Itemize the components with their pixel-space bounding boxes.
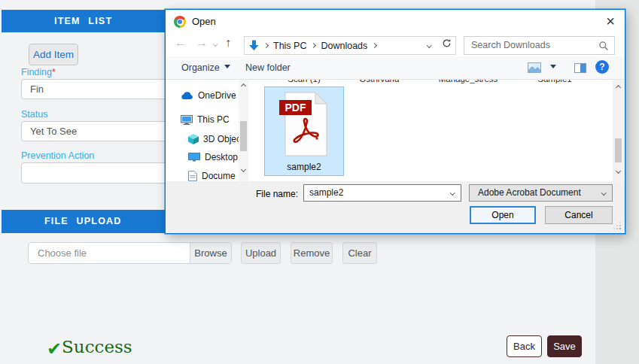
help-button[interactable]: ? bbox=[595, 60, 609, 74]
sidebar-item-3d-objects[interactable]: 3D Objec bbox=[188, 132, 241, 146]
address-dropdown-chevron-icon[interactable] bbox=[427, 43, 431, 47]
success-message: ✔Success bbox=[47, 337, 132, 359]
prevention-action-label: Prevention Action bbox=[21, 150, 94, 161]
back-arrow-icon[interactable]: ← bbox=[175, 36, 187, 50]
file-name-label: File name: bbox=[248, 189, 298, 199]
screen: ITEM LIST Add Item Finding* Fin Status Y… bbox=[0, 0, 639, 364]
refresh-icon bbox=[442, 38, 452, 48]
this-pc-icon bbox=[181, 115, 193, 125]
change-view-icon[interactable] bbox=[528, 62, 541, 73]
sidebar-item-label: This PC bbox=[197, 114, 230, 125]
dialog-main-area: OneDrive This PC 3D Objec bbox=[166, 80, 625, 181]
sidebar-item-label: Desktop bbox=[205, 152, 238, 162]
save-button[interactable]: Save bbox=[547, 335, 582, 357]
scrollbar-thumb[interactable] bbox=[240, 121, 247, 151]
breadcrumb-separator-icon bbox=[311, 43, 316, 48]
upload-button[interactable]: Upload bbox=[241, 242, 281, 264]
remove-button[interactable]: Remove bbox=[291, 242, 333, 264]
success-text: Success bbox=[62, 337, 132, 356]
file-upload-title: FILE UPLOAD bbox=[44, 210, 122, 233]
scroll-up-icon[interactable] bbox=[615, 85, 620, 90]
new-folder-button[interactable]: New folder bbox=[245, 62, 291, 73]
file-list-scrollbar[interactable] bbox=[613, 80, 624, 181]
file-tile-label: sample2 bbox=[265, 162, 343, 172]
search-icon bbox=[598, 41, 609, 51]
3d-objects-icon bbox=[188, 134, 199, 144]
item-list-title: ITEM LIST bbox=[54, 10, 112, 32]
file-tile-sample2[interactable]: PDF sample2 bbox=[264, 86, 344, 176]
chrome-icon bbox=[174, 16, 186, 28]
file-name-input[interactable]: sample2 bbox=[303, 184, 461, 202]
organize-label: Organize bbox=[181, 62, 220, 73]
required-asterisk: * bbox=[52, 67, 56, 77]
sidebar-scrollbar[interactable] bbox=[239, 80, 248, 181]
file-label-clipped[interactable]: Manage_stress bbox=[439, 80, 498, 83]
dialog-nav-row: ← → ↑ This PC Downloads bbox=[166, 34, 625, 56]
status-label: Status bbox=[21, 109, 47, 120]
success-check-icon: ✔ bbox=[47, 338, 62, 359]
breadcrumb-downloads[interactable]: Downloads bbox=[321, 41, 367, 51]
preview-pane-icon[interactable] bbox=[574, 63, 586, 73]
scroll-down-icon[interactable] bbox=[615, 168, 620, 174]
breadcrumb-separator-icon bbox=[372, 43, 377, 48]
organize-caret-icon bbox=[224, 65, 230, 71]
scroll-down-icon[interactable] bbox=[240, 167, 245, 172]
file-type-dropdown-chevron-icon[interactable] bbox=[601, 190, 606, 195]
pdf-file-icon: PDF bbox=[278, 91, 332, 157]
address-bar[interactable]: This PC Downloads bbox=[244, 36, 438, 55]
open-dialog: Open × ← → ↑ This PC Downloads bbox=[165, 9, 625, 234]
add-item-button[interactable]: Add Item bbox=[29, 44, 78, 65]
breadcrumb-separator-icon bbox=[263, 43, 269, 48]
file-label-clipped[interactable]: OsthiVand bbox=[360, 80, 400, 83]
sidebar-item-onedrive[interactable]: OneDrive bbox=[181, 89, 236, 102]
file-label-clipped[interactable]: Sample1 bbox=[537, 80, 571, 83]
sidebar-item-label: OneDrive bbox=[198, 90, 236, 101]
sidebar-item-label: Docume bbox=[202, 171, 236, 181]
dialog-titlebar[interactable]: Open × bbox=[166, 10, 625, 34]
file-name-dropdown-chevron-icon[interactable] bbox=[450, 190, 455, 195]
sidebar-item-desktop[interactable]: Desktop bbox=[188, 150, 238, 164]
scrollbar-thumb[interactable] bbox=[615, 138, 622, 162]
file-type-dropdown[interactable]: Adobe Acrobat Document bbox=[469, 184, 613, 202]
breadcrumb-this-pc[interactable]: This PC bbox=[273, 41, 306, 51]
dialog-footer: File name: sample2 Adobe Acrobat Documen… bbox=[166, 181, 625, 233]
close-icon[interactable]: × bbox=[601, 12, 620, 32]
dialog-toolbar: Organize New folder ? bbox=[166, 56, 625, 80]
finding-input-value: Fin bbox=[30, 83, 44, 95]
choose-file-placeholder: Choose file bbox=[38, 243, 87, 263]
up-arrow-icon[interactable]: ↑ bbox=[225, 36, 231, 50]
organize-menu[interactable]: Organize bbox=[181, 62, 230, 73]
cancel-button[interactable]: Cancel bbox=[545, 206, 613, 224]
choose-file-input[interactable]: Choose file Browse bbox=[28, 242, 232, 264]
forward-arrow-icon[interactable]: → bbox=[196, 36, 208, 50]
file-name-value: sample2 bbox=[309, 187, 343, 198]
search-placeholder: Search Downloads bbox=[471, 37, 550, 54]
sidebar-item-label: 3D Objec bbox=[203, 134, 241, 144]
file-list: Scan (1) OsthiVand Manage_stress Sample1… bbox=[248, 80, 613, 181]
view-options-caret-icon[interactable] bbox=[550, 65, 556, 71]
file-label-clipped[interactable]: Scan (1) bbox=[288, 80, 320, 83]
status-input-value: Yet To See bbox=[30, 126, 77, 137]
refresh-button[interactable] bbox=[437, 36, 456, 55]
clear-button[interactable]: Clear bbox=[342, 242, 377, 264]
back-button[interactable]: Back bbox=[507, 335, 542, 357]
browse-button[interactable]: Browse bbox=[190, 243, 231, 263]
onedrive-icon bbox=[181, 92, 193, 100]
file-type-value: Adobe Acrobat Document bbox=[478, 187, 581, 198]
sidebar-item-this-pc[interactable]: This PC bbox=[181, 113, 230, 126]
downloads-folder-icon bbox=[249, 40, 259, 51]
open-button[interactable]: Open bbox=[470, 206, 536, 224]
pdf-badge-text: PDF bbox=[285, 102, 306, 114]
recent-locations-chevron-icon[interactable] bbox=[213, 41, 218, 46]
finding-label: Finding* bbox=[21, 67, 56, 77]
sidebar-item-documents[interactable]: Docume bbox=[188, 169, 236, 181]
desktop-icon bbox=[188, 153, 200, 162]
dialog-title: Open bbox=[192, 16, 216, 27]
documents-icon bbox=[188, 171, 197, 181]
search-input[interactable]: Search Downloads bbox=[464, 36, 615, 55]
scroll-up-icon[interactable] bbox=[240, 83, 245, 89]
resize-grip[interactable] bbox=[619, 228, 621, 229]
finding-label-text: Finding bbox=[21, 67, 52, 77]
